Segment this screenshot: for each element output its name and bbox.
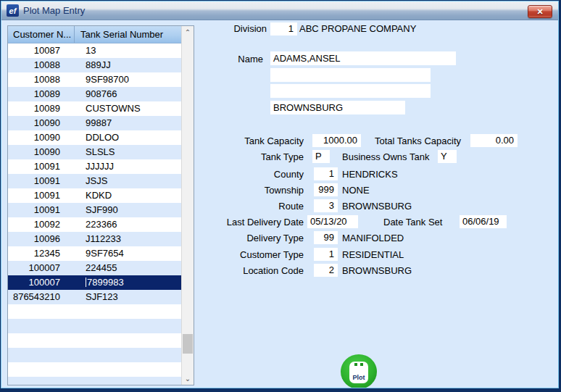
client-area: Customer N... Tank Serial Number 1008713… bbox=[1, 20, 558, 388]
county-field[interactable]: 1 bbox=[314, 167, 338, 180]
title-bar[interactable]: ef Plot Map Entry ✕ bbox=[1, 1, 558, 20]
list-header: Customer N... Tank Serial Number bbox=[8, 26, 181, 43]
customer-number-cell: 100007 bbox=[8, 261, 75, 275]
customer-tank-list[interactable]: Customer N... Tank Serial Number 1008713… bbox=[7, 25, 194, 385]
table-row[interactable] bbox=[8, 304, 181, 319]
delivery-type-label: Delivery Type bbox=[204, 233, 304, 243]
customer-number-cell: 10089 bbox=[8, 101, 75, 116]
scroll-up-icon[interactable]: ⌃ bbox=[182, 26, 194, 38]
delivery-type-field[interactable]: 99 bbox=[314, 231, 338, 244]
location-code-text: BROWNSBURG bbox=[342, 265, 412, 276]
customer-number-cell: 10090 bbox=[8, 145, 75, 159]
last-delivery-date-field[interactable]: 05/13/20 bbox=[307, 215, 358, 228]
tank-serial-cell: JJJJJJ bbox=[75, 159, 181, 174]
table-row[interactable]: 10090DDLOO bbox=[8, 130, 181, 145]
table-row[interactable]: 10091JJJJJJ bbox=[8, 159, 181, 174]
customer-number-cell: 10096 bbox=[8, 232, 75, 246]
window-frame: ef Plot Map Entry ✕ Customer N... Tank S… bbox=[1, 1, 559, 388]
route-field[interactable]: 3 bbox=[314, 199, 338, 212]
table-row[interactable]: 1008713 bbox=[8, 43, 181, 58]
tank-serial-cell bbox=[75, 304, 181, 319]
division-label: Division bbox=[204, 23, 267, 34]
township-field[interactable]: 999 bbox=[314, 183, 338, 196]
tank-serial-cell: CUSTOWNS bbox=[75, 101, 181, 116]
tank-serial-cell: 908766 bbox=[75, 87, 181, 101]
name-field[interactable]: ADAMS,ANSEL bbox=[270, 51, 456, 65]
table-row[interactable]: 10089908766 bbox=[8, 87, 181, 101]
customer-number-cell: 10088 bbox=[8, 72, 75, 87]
tank-serial-cell bbox=[75, 348, 181, 362]
tank-serial-cell: 9SF98700 bbox=[75, 72, 181, 87]
table-row[interactable]: 10090SLSLS bbox=[8, 145, 181, 159]
customer-number-cell: 10090 bbox=[8, 116, 75, 130]
business-owns-tank-label: Business Owns Tank bbox=[342, 151, 429, 162]
table-row[interactable] bbox=[8, 348, 181, 362]
tank-serial-cell bbox=[75, 362, 181, 377]
table-row[interactable] bbox=[8, 377, 181, 385]
delivery-type-text: MANIFOLDED bbox=[342, 233, 404, 243]
customer-number-cell bbox=[8, 377, 75, 385]
customer-number-cell: 10087 bbox=[8, 43, 75, 58]
column-header-tank-serial[interactable]: Tank Serial Number bbox=[75, 26, 181, 43]
township-label: Township bbox=[204, 185, 304, 196]
table-row[interactable] bbox=[8, 362, 181, 377]
tank-type-label: Tank Type bbox=[204, 151, 304, 162]
tank-type-field[interactable]: P bbox=[312, 150, 330, 163]
table-row[interactable]: 123459SF7654 bbox=[8, 246, 181, 261]
table-row[interactable]: 10088889JJ bbox=[8, 58, 181, 72]
table-row[interactable]: 1009099887 bbox=[8, 116, 181, 130]
tank-serial-cell: 223366 bbox=[75, 217, 181, 232]
table-row[interactable]: 100007224455 bbox=[8, 261, 181, 275]
customer-number-cell: 10088 bbox=[8, 58, 75, 72]
customer-type-label: Customer Type bbox=[204, 249, 304, 260]
table-body: 100871310088889JJ100889SF987001008990876… bbox=[8, 43, 181, 385]
tank-serial-cell: 99887 bbox=[75, 116, 181, 130]
tank-serial-cell: SJF990 bbox=[75, 203, 181, 217]
tank-serial-cell: J112233 bbox=[75, 232, 181, 246]
address-line3-field[interactable] bbox=[270, 84, 431, 98]
division-company-text: ABC PROPANE COMPANY bbox=[299, 23, 416, 34]
tank-capacity-field[interactable]: 1000.00 bbox=[312, 134, 361, 147]
plot-button[interactable]: Plot bbox=[341, 354, 377, 388]
tank-serial-cell: JSJS bbox=[75, 174, 181, 188]
division-field[interactable]: 1 bbox=[270, 22, 297, 36]
tank-serial-cell bbox=[75, 377, 181, 385]
propane-tank-icon: Plot bbox=[349, 362, 368, 383]
customer-number-cell bbox=[8, 319, 75, 333]
app-icon: ef bbox=[7, 4, 19, 17]
tank-serial-cell: DDLOO bbox=[75, 130, 181, 145]
table-row[interactable] bbox=[8, 333, 181, 348]
table-row[interactable]: 10092223366 bbox=[8, 217, 181, 232]
total-tanks-capacity-field[interactable]: 0.00 bbox=[470, 134, 518, 147]
tank-serial-cell bbox=[75, 333, 181, 348]
table-row[interactable]: 10089CUSTOWNS bbox=[8, 101, 181, 116]
tank-serial-cell: KDKD bbox=[75, 188, 181, 203]
tank-serial-cell: 889JJ bbox=[75, 58, 181, 72]
vertical-scrollbar[interactable]: ⌃ ⌄ bbox=[181, 26, 194, 385]
table-row[interactable]: 10091SJF990 bbox=[8, 203, 181, 217]
window-title: Plot Map Entry bbox=[23, 5, 85, 16]
customer-number-cell: 10091 bbox=[8, 174, 75, 188]
tank-serial-cell: SJF123 bbox=[75, 290, 181, 304]
table-row[interactable]: 100889SF98700 bbox=[8, 72, 181, 87]
table-row[interactable]: 1000077899983 bbox=[8, 275, 181, 290]
city-field[interactable]: BROWNSBURG bbox=[270, 101, 405, 114]
scroll-down-icon[interactable]: ⌄ bbox=[182, 372, 194, 385]
table-row[interactable]: 876543210SJF123 bbox=[8, 290, 181, 304]
location-code-field[interactable]: 2 bbox=[314, 264, 338, 277]
close-button[interactable]: ✕ bbox=[528, 5, 552, 18]
tank-serial-cell: 13 bbox=[75, 43, 181, 58]
table-row[interactable]: 10096J112233 bbox=[8, 232, 181, 246]
business-owns-tank-field[interactable]: Y bbox=[438, 150, 457, 163]
customer-number-cell bbox=[8, 333, 75, 348]
table-row[interactable]: 10091JSJS bbox=[8, 174, 181, 188]
date-tank-set-field[interactable]: 06/06/19 bbox=[460, 215, 507, 228]
column-header-customer-number[interactable]: Customer N... bbox=[8, 26, 75, 43]
table-row[interactable] bbox=[8, 319, 181, 333]
last-delivery-date-label: Last Delivery Date bbox=[204, 217, 304, 228]
scrollbar-thumb[interactable] bbox=[183, 334, 193, 354]
tank-serial-cell: 7899983 bbox=[75, 275, 181, 290]
address-line2-field[interactable] bbox=[270, 68, 431, 82]
customer-type-field[interactable]: 1 bbox=[314, 248, 338, 261]
table-row[interactable]: 10091KDKD bbox=[8, 188, 181, 203]
